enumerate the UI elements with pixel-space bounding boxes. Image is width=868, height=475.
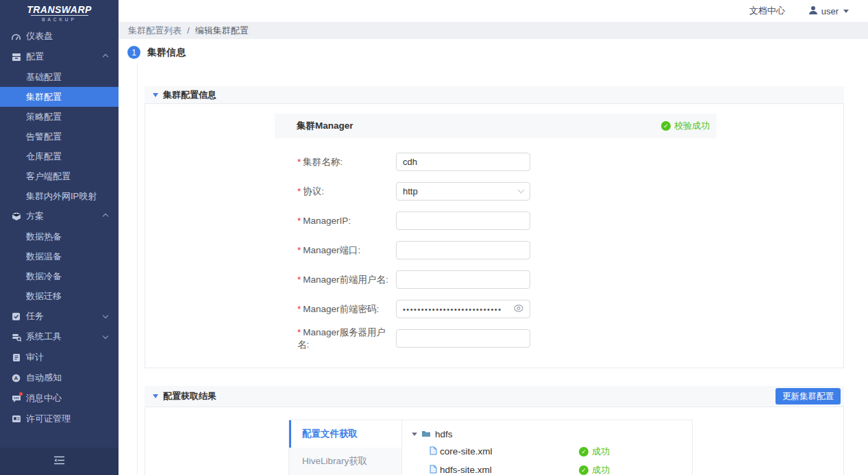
tab-hive-library-fetch[interactable]: HiveLibrary获取: [289, 448, 401, 475]
sidebar-item-client-config[interactable]: 客户端配置: [0, 166, 119, 186]
file-status-text: 成功: [592, 464, 610, 475]
sidebar-item-cluster-config[interactable]: 集群配置: [0, 87, 119, 107]
file-status-text: 成功: [592, 446, 610, 458]
field-label: Manager端口:: [303, 245, 360, 255]
main-content: 1 集群信息 集群配置信息 集群Manager ✓ 校验成功 *集群名称:: [119, 39, 868, 475]
sidebar-item-auto-sense[interactable]: A 自动感知: [0, 368, 119, 388]
sidebar-item-label: 任务: [26, 310, 44, 322]
manager-port-input[interactable]: [396, 241, 530, 259]
validation-status: ✓ 校验成功: [661, 120, 710, 132]
svg-text:A: A: [14, 375, 18, 381]
sidebar-item-cold-backup[interactable]: 数据冷备: [0, 266, 119, 286]
required-mark: *: [297, 245, 301, 255]
file-status: ✓ 成功: [579, 446, 610, 458]
sidebar-item-hot-backup[interactable]: 数据热备: [0, 227, 119, 246]
brand-swoosh: [30, 15, 88, 16]
cluster-name-input[interactable]: [396, 153, 530, 171]
form-row-manager-server-user: *Manager服务器用户名:: [297, 329, 843, 348]
audit-document-icon: [11, 352, 21, 363]
sidebar-nav: 仪表盘 配置 基础配置 集群配置 策略配置 告警配置 仓库配置 客户端配置 集群…: [0, 26, 119, 429]
manager-ip-input[interactable]: [396, 211, 530, 230]
task-check-icon: [11, 311, 21, 322]
user-avatar-icon: [808, 5, 818, 17]
manager-frontend-password-input[interactable]: •••••••••••••••••••••••••••: [396, 300, 530, 318]
protocol-select[interactable]: http: [396, 182, 530, 201]
sidebar-item-label: 配置: [26, 51, 44, 63]
form-row-protocol: *协议: http: [297, 182, 843, 201]
tree-file-row[interactable]: core-site.xml ✓ 成功: [430, 442, 692, 461]
sidebar-item-audit[interactable]: 审计: [0, 347, 119, 368]
sidebar-item-dashboard[interactable]: 仪表盘: [0, 26, 119, 47]
sidebar-collapse-button[interactable]: [0, 448, 119, 475]
step-connector-line: [137, 64, 138, 475]
cluster-manager-band: 集群Manager ✓ 校验成功: [275, 114, 717, 138]
folder-name: hdfs: [435, 429, 453, 439]
cluster-config-card: 集群Manager ✓ 校验成功 *集群名称: *协议: http: [145, 103, 844, 368]
cluster-config-section-header[interactable]: 集群配置信息: [145, 86, 844, 103]
sidebar-item-label: 审计: [26, 351, 44, 363]
config-result-section-header[interactable]: 配置获取结果 更新集群配置: [145, 386, 844, 407]
user-name: user: [821, 6, 839, 16]
sidebar-item-base-config[interactable]: 基础配置: [0, 67, 119, 87]
required-mark: *: [297, 216, 301, 226]
required-mark: *: [297, 304, 301, 314]
field-label: ManagerIP:: [303, 216, 351, 226]
step-header: 1 集群信息: [127, 46, 868, 59]
sidebar-item-data-migration[interactable]: 数据迁移: [0, 286, 119, 306]
sidebar-item-system-tools[interactable]: 系统工具: [0, 326, 119, 347]
sidebar-item-warm-backup[interactable]: 数据温备: [0, 246, 119, 266]
sidebar-item-label: 方案: [26, 210, 44, 222]
doc-center-link[interactable]: 文档中心: [749, 5, 785, 17]
config-result-card: 配置文件获取 HiveLibrary获取 hdfs core: [145, 407, 844, 475]
sidebar-item-message-center[interactable]: 消息中心: [0, 388, 119, 409]
manager-frontend-username-input[interactable]: [396, 270, 530, 289]
collapse-triangle-icon[interactable]: [153, 394, 158, 398]
sidebar-item-ip-mapping[interactable]: 集群内外网IP映射: [0, 186, 119, 206]
tree-folder-row[interactable]: hdfs: [412, 426, 692, 442]
folder-icon: [421, 429, 431, 439]
sidebar-item-alert-config[interactable]: 告警配置: [0, 127, 119, 146]
step-number-badge: 1: [127, 46, 140, 59]
tree-caret-down-icon[interactable]: [412, 433, 417, 436]
update-cluster-config-button[interactable]: 更新集群配置: [776, 388, 841, 405]
breadcrumb: 集群配置列表 / 编辑集群配置: [119, 22, 868, 39]
sidebar-item-solution[interactable]: 方案: [0, 206, 119, 227]
file-name: core-site.xml: [440, 446, 493, 457]
field-label: Manager前端用户名:: [303, 274, 388, 285]
message-bubble-icon: [11, 394, 21, 404]
check-circle-icon: ✓: [661, 121, 671, 131]
file-icon: [430, 446, 437, 457]
check-circle-icon: ✓: [579, 465, 588, 475]
sidebar-item-label: 仪表盘: [26, 30, 53, 42]
tools-icon: [11, 332, 21, 342]
password-masked-value: •••••••••••••••••••••••••••: [403, 305, 514, 313]
breadcrumb-parent[interactable]: 集群配置列表: [128, 25, 182, 37]
breadcrumb-separator: /: [187, 25, 190, 36]
brand-subtitle: BACKUP: [0, 17, 119, 22]
user-menu-caret-icon: [843, 10, 849, 13]
form-row-manager-frontend-password: *Manager前端密码: ••••••••••••••••••••••••••…: [297, 300, 843, 318]
sidebar-item-tasks[interactable]: 任务: [0, 306, 119, 326]
form-row-manager-port: *Manager端口:: [297, 241, 843, 259]
cluster-config-section: 集群配置信息 集群Manager ✓ 校验成功 *集群名称: *协议: http: [145, 86, 844, 368]
sidebar-item-license[interactable]: 许可证管理: [0, 409, 119, 429]
tab-config-file-fetch[interactable]: 配置文件获取: [289, 420, 401, 448]
result-panel: 配置文件获取 HiveLibrary获取 hdfs core: [288, 420, 693, 475]
chevron-up-icon: [103, 54, 108, 60]
sidebar-item-config[interactable]: 配置: [0, 47, 119, 67]
form-row-manager-ip: *ManagerIP:: [297, 211, 843, 230]
breadcrumb-current: 编辑集群配置: [195, 25, 249, 37]
sidebar-item-warehouse-config[interactable]: 仓库配置: [0, 146, 119, 166]
config-file-tree: hdfs core-site.xml ✓ 成功: [402, 420, 692, 475]
field-label: 协议:: [303, 186, 324, 196]
tree-file-row[interactable]: hdfs-site.xml ✓ 成功: [430, 461, 692, 475]
user-menu[interactable]: user: [808, 5, 849, 17]
brand-name: TRANSWARP: [0, 5, 119, 14]
file-name: hdfs-site.xml: [440, 465, 492, 475]
eye-icon[interactable]: [514, 304, 523, 314]
sidebar-item-policy-config[interactable]: 策略配置: [0, 107, 119, 127]
section-title: 集群配置信息: [163, 89, 216, 101]
manager-server-username-input[interactable]: [396, 329, 530, 348]
chevron-down-icon: [103, 312, 108, 318]
collapse-triangle-icon[interactable]: [153, 93, 158, 97]
